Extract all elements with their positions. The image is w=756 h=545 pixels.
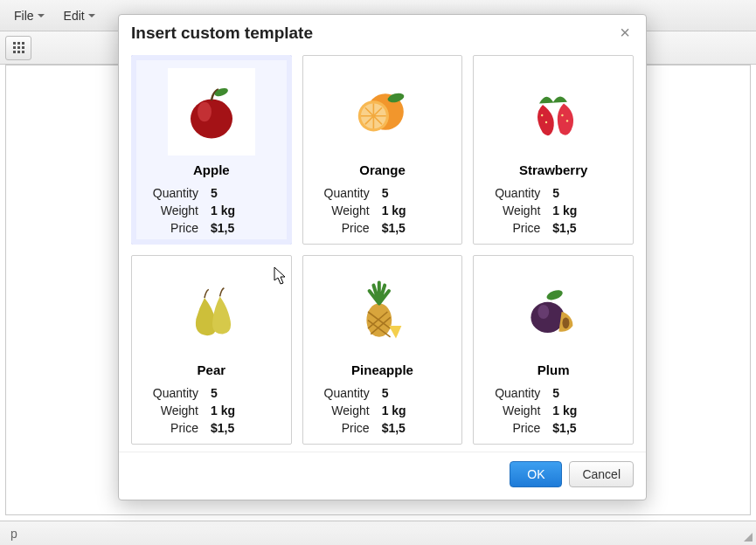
svg-point-9 [561,114,563,116]
status-path: p [10,527,17,541]
template-grid-button[interactable] [5,36,31,60]
ok-button[interactable]: OK [510,461,562,487]
menu-edit-label: Edit [64,9,85,23]
insert-template-dialog: Insert custom template × Apple Quantity … [118,14,647,500]
svg-point-13 [538,305,550,319]
grid-icon [13,42,24,53]
value-weight: 1 kg [552,404,619,417]
card-title: Strawberry [519,162,587,177]
template-card-apple[interactable]: Apple Quantity 5 Weight 1 kg Price $1,5 [131,55,292,245]
dialog-title: Insert custom template [131,24,313,43]
template-card-pear[interactable]: Pear Quantity 5 Weight 1 kg Price $1,5 [131,255,292,445]
pear-icon [168,268,255,355]
card-props: Quantity 5 Weight 1 kg Price $1,5 [312,186,454,235]
label-quantity: Quantity [146,386,198,400]
card-props: Quantity 5 Weight 1 kg Price $1,5 [482,186,624,235]
dialog-footer: OK Cancel [119,452,646,500]
dialog-header: Insert custom template × [119,15,646,48]
value-weight: 1 kg [552,204,619,217]
value-quantity: 5 [552,186,619,200]
card-title: Apple [193,162,230,177]
template-card-plum[interactable]: Plum Quantity 5 Weight 1 kg Price $1,5 [473,255,634,445]
value-quantity: 5 [211,186,277,200]
value-weight: 1 kg [382,404,448,417]
label-price: Price [146,221,198,235]
chevron-down-icon [88,14,95,17]
template-card-pineapple[interactable]: Pineapple Quantity 5 Weight 1 kg Price $… [302,255,463,445]
label-weight: Weight [146,204,198,217]
card-props: Quantity 5 Weight 1 kg Price $1,5 [141,386,282,435]
label-weight: Weight [317,204,370,217]
label-quantity: Quantity [146,186,198,200]
plum-icon [510,268,597,355]
card-title: Plum [538,362,570,377]
value-price: $1,5 [552,421,619,435]
value-price: $1,5 [552,221,619,235]
card-title: Pear [198,362,226,377]
menu-file[interactable]: File [5,5,53,26]
label-price: Price [146,421,198,435]
label-price: Price [317,221,370,235]
template-grid: Apple Quantity 5 Weight 1 kg Price $1,5 [119,48,646,452]
value-quantity: 5 [211,386,277,400]
label-price: Price [488,221,540,235]
svg-point-0 [191,100,232,139]
resize-grip-icon[interactable] [742,531,753,542]
label-quantity: Quantity [488,186,540,200]
template-card-strawberry[interactable]: Strawberry Quantity 5 Weight 1 kg Price … [473,55,634,245]
value-price: $1,5 [382,421,448,435]
svg-point-2 [213,86,229,98]
apple-icon [168,68,255,155]
value-weight: 1 kg [211,404,277,417]
chevron-down-icon [38,14,45,17]
svg-point-14 [563,317,570,328]
card-title: Orange [359,162,406,177]
svg-point-7 [541,114,543,116]
value-quantity: 5 [552,386,619,400]
svg-point-1 [198,102,212,121]
value-price: $1,5 [211,221,277,235]
strawberry-icon [510,68,597,155]
value-quantity: 5 [382,386,448,400]
menu-edit[interactable]: Edit [55,5,104,26]
label-price: Price [317,421,370,435]
card-props: Quantity 5 Weight 1 kg Price $1,5 [482,386,624,435]
orange-icon [338,68,426,155]
svg-point-10 [566,120,568,121]
statusbar: p [0,521,756,545]
svg-point-15 [545,288,564,302]
label-quantity: Quantity [317,186,370,200]
cancel-button[interactable]: Cancel [569,461,634,487]
value-price: $1,5 [211,421,277,435]
value-quantity: 5 [382,186,448,200]
card-title: Pineapple [351,362,413,377]
pineapple-icon [338,268,426,355]
label-weight: Weight [317,404,370,417]
close-icon[interactable]: × [616,24,634,42]
card-props: Quantity 5 Weight 1 kg Price $1,5 [141,186,282,235]
value-price: $1,5 [382,221,448,235]
template-card-orange[interactable]: Orange Quantity 5 Weight 1 kg Price $1,5 [302,55,463,245]
label-quantity: Quantity [488,386,540,400]
label-quantity: Quantity [317,386,370,400]
card-props: Quantity 5 Weight 1 kg Price $1,5 [312,386,454,435]
label-weight: Weight [488,404,540,417]
svg-point-8 [545,121,547,123]
label-weight: Weight [488,204,540,217]
value-weight: 1 kg [382,204,448,217]
menu-file-label: File [14,9,34,23]
value-weight: 1 kg [211,204,277,217]
label-weight: Weight [146,404,198,417]
label-price: Price [488,421,540,435]
